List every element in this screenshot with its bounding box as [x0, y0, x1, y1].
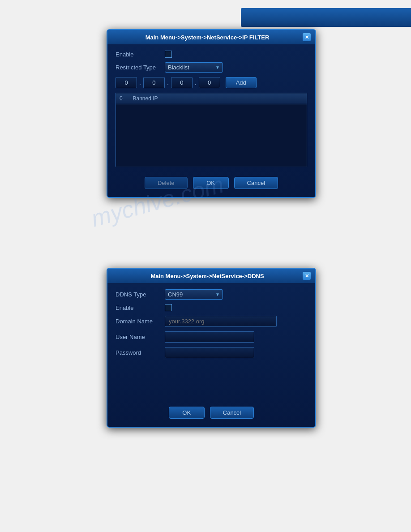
ddns-password-label: Password: [116, 349, 165, 356]
ipfilter-restricted-type-label: Restricted Type: [116, 64, 165, 71]
ddns-dropdown-arrow-icon: ▼: [215, 292, 220, 297]
ddns-enable-label: Enable: [116, 305, 165, 311]
ipfilter-enable-label: Enable: [116, 51, 165, 58]
ipfilter-delete-button[interactable]: Delete: [145, 177, 188, 189]
ip-octet-2[interactable]: [143, 77, 165, 88]
ddns-domain-label: Domain Name: [116, 318, 165, 325]
ip-octet-4[interactable]: [199, 77, 220, 88]
ddns-domain-row: Domain Name: [116, 316, 307, 327]
ddns-close-button[interactable]: ✕: [303, 272, 311, 280]
ip-dot-1: .: [139, 79, 141, 86]
ipfilter-dialog: Main Menu->System->NetService->IP FILTER…: [107, 29, 316, 198]
ddns-type-row: DDNS Type CN99 ▼: [116, 289, 307, 300]
ipfilter-titlebar: Main Menu->System->NetService->IP FILTER…: [107, 30, 315, 44]
ddns-enable-checkbox[interactable]: [165, 304, 172, 311]
ddns-type-label: DDNS Type: [116, 291, 165, 298]
ip-dot-2: .: [167, 79, 169, 86]
ipfilter-dropdown-arrow-icon: ▼: [215, 65, 220, 70]
ipfilter-cancel-button[interactable]: Cancel: [234, 177, 278, 189]
ddns-buttons: OK Cancel: [116, 402, 307, 420]
ddns-type-value: CN99: [168, 291, 183, 298]
ipfilter-table: 0 Banned IP: [116, 93, 307, 167]
ddns-titlebar: Main Menu->System->NetService->DDNS ✕: [107, 269, 315, 283]
ipfilter-blacklist-value: Blacklist: [168, 64, 189, 71]
ddns-spacer: [116, 363, 307, 399]
ddns-domain-input[interactable]: [165, 316, 277, 327]
ipfilter-col-num: 0: [116, 93, 129, 104]
ip-octet-3[interactable]: [171, 77, 193, 88]
ipfilter-ok-button[interactable]: OK: [193, 177, 229, 189]
ipfilter-ip-input-row: . . . Add: [116, 77, 307, 88]
ipfilter-table-body: [116, 104, 307, 167]
ipfilter-add-button[interactable]: Add: [226, 77, 257, 88]
ipfilter-title: Main Menu->System->NetService->IP FILTER: [112, 34, 303, 41]
ddns-type-dropdown[interactable]: CN99 ▼: [165, 289, 223, 300]
top-bar: [241, 8, 411, 27]
ddns-cancel-button[interactable]: Cancel: [210, 407, 254, 419]
ddns-username-label: User Name: [116, 334, 165, 340]
ip-octet-1[interactable]: [116, 77, 137, 88]
ip-dot-3: .: [194, 79, 197, 86]
table-row: [116, 104, 307, 167]
ipfilter-close-button[interactable]: ✕: [303, 33, 311, 41]
ddns-title: Main Menu->System->NetService->DDNS: [112, 273, 303, 279]
ddns-password-input[interactable]: [165, 347, 254, 358]
ddns-username-input[interactable]: [165, 331, 254, 343]
ipfilter-buttons: Delete OK Cancel: [116, 172, 307, 191]
ddns-ok-button[interactable]: OK: [169, 407, 205, 419]
ddns-username-row: User Name: [116, 331, 307, 343]
ipfilter-blacklist-dropdown[interactable]: Blacklist ▼: [165, 62, 223, 73]
ddns-enable-row: Enable: [116, 304, 307, 311]
ipfilter-enable-row: Enable: [116, 51, 307, 58]
ddns-password-row: Password: [116, 347, 307, 358]
ipfilter-restricted-type-row: Restricted Type Blacklist ▼: [116, 62, 307, 73]
ipfilter-col-bannedip: Banned IP: [129, 93, 307, 104]
ipfilter-enable-checkbox[interactable]: [165, 51, 172, 58]
ddns-dialog: Main Menu->System->NetService->DDNS ✕ DD…: [107, 268, 316, 428]
